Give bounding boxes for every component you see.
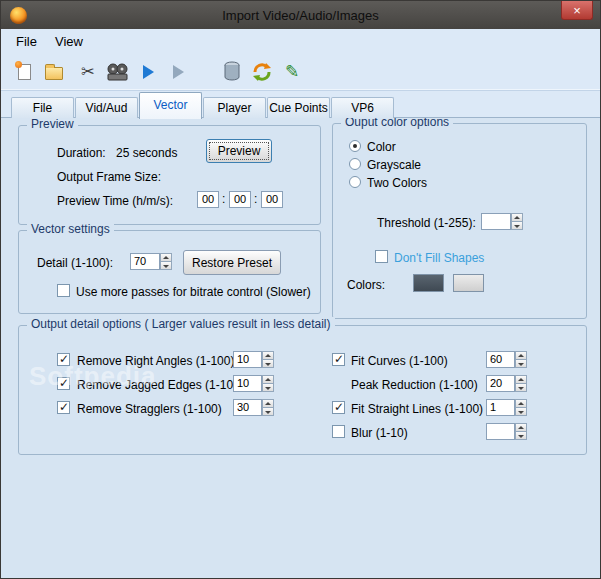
remove-jagged-edges-field[interactable]: 10: [233, 375, 262, 392]
fit-curves-spinner[interactable]: [515, 351, 527, 368]
fit-curves-spin-up[interactable]: [515, 351, 527, 360]
color-swatch-1[interactable]: [413, 274, 444, 292]
threshold-spinner[interactable]: [511, 213, 523, 230]
radio-two-colors-label: Two Colors: [367, 176, 427, 190]
vector-tab-page: Softpedia Preview Duration: 25 seconds P…: [1, 118, 600, 578]
peak-reduction-spin-down[interactable]: [515, 384, 527, 392]
tab-vector[interactable]: Vector: [139, 92, 202, 119]
tabbar: File Vid/Aud Vector Player Cue Points VP…: [1, 91, 600, 118]
open-file-button[interactable]: [41, 59, 67, 85]
threshold-label: Threshold (1-255):: [377, 216, 476, 230]
new-document-button[interactable]: [11, 59, 37, 85]
menu-file[interactable]: File: [7, 31, 46, 52]
remove-jagged-edges-checkbox[interactable]: [57, 377, 70, 390]
fit-straight-lines-spinner[interactable]: [515, 399, 527, 416]
fit-curves-field[interactable]: 60: [486, 351, 515, 368]
menubar: File View: [1, 29, 600, 53]
fit-straight-lines-spin-down[interactable]: [515, 408, 527, 416]
remove-jagged-edges-label: Remove Jagged Edges (1-100): [77, 378, 244, 392]
preview-button[interactable]: Preview: [206, 139, 272, 163]
fit-curves-checkbox[interactable]: [332, 353, 345, 366]
detail-spin-up[interactable]: [160, 253, 172, 262]
remove-right-angles-field[interactable]: 10: [233, 351, 262, 368]
remove-stragglers-checkbox[interactable]: [57, 401, 70, 414]
remove-jagged-edges-spin-down[interactable]: [262, 384, 274, 392]
tab-file[interactable]: File: [11, 97, 74, 118]
restore-preset-button[interactable]: Restore Preset: [183, 250, 281, 275]
menu-view[interactable]: View: [46, 31, 92, 52]
fit-curves-spin-down[interactable]: [515, 360, 527, 368]
remove-stragglers-spin-up[interactable]: [262, 399, 274, 408]
refresh-button[interactable]: [249, 59, 275, 85]
blur-spinner[interactable]: [515, 423, 527, 440]
titlebar: Import Video/Audio/Images ×: [1, 1, 600, 29]
time-seconds-field[interactable]: 00: [261, 191, 283, 208]
remove-stragglers-spinner[interactable]: [262, 399, 274, 416]
radio-grayscale[interactable]: [349, 158, 361, 170]
edit-button[interactable]: ✎: [279, 59, 305, 85]
remove-jagged-edges-spin-up[interactable]: [262, 375, 274, 384]
threshold-spin-down[interactable]: [511, 222, 523, 230]
dont-fill-shapes-checkbox[interactable]: [375, 250, 388, 263]
preview-time-label: Preview Time (h/m/s):: [57, 194, 173, 208]
time-hours-field[interactable]: 00: [197, 191, 219, 208]
film-button[interactable]: [105, 59, 131, 85]
step-play-button[interactable]: [165, 59, 191, 85]
time-separator-2: :: [254, 192, 257, 206]
color-swatch-2[interactable]: [453, 274, 484, 292]
radio-color-label: Color: [367, 140, 396, 154]
open-folder-icon: [45, 67, 63, 80]
remove-jagged-edges-spinner[interactable]: [262, 375, 274, 392]
output-detail-options-group: Output detail options ( Larger values re…: [18, 325, 587, 455]
more-passes-checkbox[interactable]: [57, 284, 70, 297]
window-title: Import Video/Audio/Images: [1, 8, 600, 23]
blur-spin-up[interactable]: [515, 423, 527, 432]
remove-right-angles-spin-up[interactable]: [262, 351, 274, 360]
radio-color[interactable]: [349, 140, 361, 152]
detail-field[interactable]: 70: [130, 253, 160, 270]
blur-field[interactable]: [486, 423, 515, 440]
remove-right-angles-label: Remove Right Angles (1-100): [77, 354, 234, 368]
vector-settings-label: Vector settings: [27, 222, 114, 236]
fit-straight-lines-field[interactable]: 1: [486, 399, 515, 416]
remove-right-angles-checkbox[interactable]: [57, 353, 70, 366]
tab-vid-aud[interactable]: Vid/Aud: [75, 97, 138, 118]
peak-reduction-field[interactable]: 20: [486, 375, 515, 392]
new-document-icon: [18, 64, 31, 80]
remove-stragglers-field[interactable]: 30: [233, 399, 262, 416]
database-icon: [224, 61, 240, 82]
tab-vp6[interactable]: VP6: [331, 97, 394, 118]
toolbar: ✂: [1, 53, 600, 91]
remove-right-angles-spinner[interactable]: [262, 351, 274, 368]
play-icon: [143, 65, 154, 79]
fit-curves-label: Fit Curves (1-100): [351, 354, 448, 368]
tab-cue-points[interactable]: Cue Points: [267, 97, 330, 118]
remove-right-angles-spin-down[interactable]: [262, 360, 274, 368]
remove-stragglers-spin-down[interactable]: [262, 408, 274, 416]
blur-checkbox[interactable]: [332, 425, 345, 438]
play-button[interactable]: [135, 59, 161, 85]
peak-reduction-spinner[interactable]: [515, 375, 527, 392]
duration-label: Duration:: [57, 146, 106, 160]
close-button[interactable]: ×: [561, 1, 593, 20]
detail-spinner[interactable]: [160, 253, 172, 270]
tab-player[interactable]: Player: [203, 97, 266, 118]
vector-settings-group: Vector settings Detail (1-100): 70 Resto…: [18, 230, 321, 314]
remove-stragglers-label: Remove Stragglers (1-100): [77, 402, 222, 416]
fit-straight-lines-label: Fit Straight Lines (1-100): [351, 402, 483, 416]
detail-spin-down[interactable]: [160, 262, 172, 270]
pencil-icon: ✎: [285, 63, 299, 80]
peak-reduction-label: Peak Reduction (1-100): [351, 378, 478, 392]
peak-reduction-spin-up[interactable]: [515, 375, 527, 384]
cut-button[interactable]: ✂: [75, 59, 101, 85]
threshold-spin-up[interactable]: [511, 213, 523, 222]
detail-label: Detail (1-100):: [37, 256, 113, 270]
fit-straight-lines-spin-up[interactable]: [515, 399, 527, 408]
database-button[interactable]: [219, 59, 245, 85]
time-minutes-field[interactable]: 00: [229, 191, 251, 208]
radio-two-colors[interactable]: [349, 176, 361, 188]
fit-straight-lines-checkbox[interactable]: [332, 401, 345, 414]
threshold-field[interactable]: [481, 213, 511, 230]
blur-label: Blur (1-10): [351, 426, 408, 440]
blur-spin-down[interactable]: [515, 432, 527, 440]
